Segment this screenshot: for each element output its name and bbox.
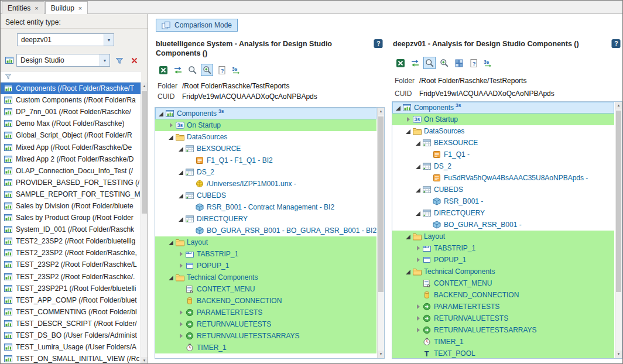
expanded-arrow-icon[interactable]	[415, 163, 422, 170]
tree-item[interactable]: RETURNVALUETESTSARRAYS	[155, 330, 376, 342]
tree-item[interactable]: TTEXT_POOL	[392, 348, 614, 358]
scroll-down-icon[interactable]: ▼	[378, 351, 384, 358]
entity-type-combo[interactable]: Design Studio ▼	[16, 54, 110, 67]
tree-item[interactable]: 3sOn Startup	[155, 119, 376, 131]
entity-list-item[interactable]: Sales by Division (/Root Folder/bluete	[1, 200, 141, 212]
tree-item[interactable]: PARAMETERTESTS	[155, 307, 376, 318]
filter-icon[interactable]	[113, 54, 125, 67]
tree-item[interactable]: RSR_B001 - Contract Management - BI2	[155, 201, 376, 213]
entity-list-item[interactable]: TEST_23SP2P1 (/Root Folder/bluetelli	[1, 283, 141, 294]
threes-transfer-icon[interactable]: 3s	[482, 57, 494, 69]
entity-list-item[interactable]: Global_Script_Object (/Root Folder/R	[1, 129, 141, 141]
tab-close-icon[interactable]: ×	[78, 5, 82, 12]
tree-item[interactable]: Layout	[155, 236, 376, 248]
tree-item[interactable]: POPUP_1	[392, 254, 614, 266]
sidebar-scrollbar[interactable]: ▲ ▼	[141, 83, 148, 364]
tree-item[interactable]: Technical Components	[392, 266, 614, 277]
tree-item[interactable]: FuSdRVa5hQwA4BsAAAC35U8AoNPBApds -	[392, 172, 614, 184]
tree-item[interactable]: /Universes/IZPF1M001.unx -	[155, 178, 376, 190]
entity-list-item[interactable]: Demo Max (/Root Folder/Raschke)	[1, 118, 141, 129]
tree-item[interactable]: RETURNVALUETESTSARRAYS	[392, 324, 614, 336]
tree-item[interactable]: Technical Components	[155, 272, 376, 283]
collapsed-arrow-icon[interactable]	[177, 332, 185, 340]
tree-item[interactable]: TIMER_1	[155, 342, 376, 353]
collapsed-arrow-icon[interactable]	[415, 256, 422, 264]
entity-list-item[interactable]: Sales by Product Group (/Root Folder	[1, 212, 141, 224]
entity-list-item[interactable]: TEST_Lumira_Usage (/User Folders/A	[1, 341, 141, 353]
entity-list-item[interactable]: TEST_23SP2 (/Root Folder/Raschke/L	[1, 259, 141, 270]
tree-item[interactable]: POPUP_1	[155, 260, 376, 272]
expanded-arrow-icon[interactable]	[177, 192, 185, 200]
zoom-plus-icon[interactable]	[438, 57, 450, 69]
tree-item[interactable]: TABSTRIP_1	[155, 248, 376, 260]
collapsed-arrow-icon[interactable]	[415, 315, 422, 322]
expanded-arrow-icon[interactable]	[395, 104, 402, 112]
tab-entities[interactable]: Entities×	[2, 1, 44, 14]
expanded-arrow-icon[interactable]	[158, 110, 165, 118]
entity-list-item[interactable]: TEST2_23SP2 (/Root Folder/Raschke,	[1, 247, 141, 259]
tree-item[interactable]: RETURNVALUETESTS	[155, 318, 376, 330]
tree-item[interactable]: DIRECTQUERY	[392, 207, 614, 219]
help-icon[interactable]: ?	[374, 39, 383, 48]
tree-item[interactable]: Components3s	[155, 108, 376, 119]
zoom-icon[interactable]	[186, 64, 198, 76]
chevron-down-icon[interactable]: ▼	[100, 54, 109, 66]
expanded-arrow-icon[interactable]	[415, 210, 422, 217]
tree-item[interactable]: CONTEXT_MENU	[155, 283, 376, 295]
excel-export-icon[interactable]	[394, 57, 406, 69]
tab-close-icon[interactable]: ×	[35, 5, 38, 12]
collapsed-arrow-icon[interactable]	[167, 122, 175, 129]
scroll-thumb[interactable]	[616, 111, 621, 292]
tree-item[interactable]: Layout	[392, 231, 614, 242]
entity-list-item[interactable]: TEST_ON_SMALL_INITIAL_VIEW (/Rc	[1, 353, 141, 364]
tree-scrollbar[interactable]: ▲ ▼	[377, 108, 384, 358]
tree-item[interactable]: DS_2	[155, 166, 376, 178]
collapsed-arrow-icon[interactable]	[415, 245, 422, 252]
entity-list-item[interactable]: OLAP_Connection_Docu_Info_Test (/	[1, 165, 141, 177]
expanded-arrow-icon[interactable]	[167, 274, 175, 281]
question-doc-icon[interactable]: ?	[467, 57, 480, 69]
expanded-arrow-icon[interactable]	[167, 133, 175, 141]
tree-item[interactable]: Components3s	[392, 102, 614, 114]
tree-item[interactable]: RETURNVALUETESTS	[392, 313, 614, 324]
tree-item[interactable]: F1_Q1 -	[392, 149, 614, 160]
entity-list-item[interactable]: TEST_DS_BO (/User Folders/Administ	[1, 329, 141, 341]
transfer-icon[interactable]	[409, 57, 421, 69]
scroll-up-icon[interactable]: ▲	[378, 108, 384, 115]
collapsed-arrow-icon[interactable]	[415, 327, 422, 334]
tree-item[interactable]: CONTEXT_MENU	[392, 277, 614, 289]
expanded-arrow-icon[interactable]	[405, 233, 412, 241]
tree-item[interactable]: CUBEDS	[392, 184, 614, 195]
tree-item[interactable]: BO_GURA_RSR_B001 -	[392, 219, 614, 231]
tree-scrollbar[interactable]: ▲ ▼	[615, 102, 622, 358]
collapsed-arrow-icon[interactable]	[415, 303, 422, 311]
list-filter-row[interactable]	[1, 71, 141, 83]
entity-list-item[interactable]: TEST_COMMENTING (/Root Folder/bl	[1, 306, 141, 318]
entity-list-item[interactable]: DP_7nn_001 (/Root Folder/Raschke/	[1, 106, 141, 118]
tree-item[interactable]: DataSources	[392, 125, 614, 137]
entity-list-item[interactable]: PROVIDER_BASED_FOR_TESTING (/	[1, 177, 141, 188]
tree-item[interactable]: DS_2	[392, 160, 614, 172]
expanded-arrow-icon[interactable]	[167, 239, 175, 246]
tree-item[interactable]: 3sOn Startup	[392, 114, 614, 125]
entity-list-item[interactable]: SAMPLE_REPORT_FOR_TESTING_M (	[1, 188, 141, 200]
zoom-icon[interactable]	[423, 57, 436, 69]
expanded-arrow-icon[interactable]	[177, 215, 185, 223]
tree-item[interactable]: BO_GURA_RSR_B001 - BO_GURA_RSR_B001 - BI…	[155, 225, 376, 236]
tree-item[interactable]: CUBEDS	[155, 190, 376, 201]
collapsed-arrow-icon[interactable]	[177, 250, 185, 258]
comparison-mode-button[interactable]: Comparison Mode	[156, 19, 238, 32]
collapsed-arrow-icon[interactable]	[177, 309, 185, 317]
tree-item[interactable]: F1_Q1 - F1_Q1 - BI2	[155, 154, 376, 166]
entity-list-item[interactable]: TEST_APP_COMP (/Root Folder/bluet	[1, 294, 141, 306]
tab-buildup[interactable]: Buildup×	[45, 1, 88, 14]
entity-list-item[interactable]: System_ID_001 (/Root Folder/Raschk	[1, 224, 141, 235]
chevron-down-icon[interactable]: ▼	[104, 34, 114, 46]
tree-item[interactable]: DIRECTQUERY	[155, 213, 376, 225]
scroll-up-icon[interactable]: ▲	[141, 83, 148, 90]
threes-transfer-icon[interactable]: 3s	[230, 64, 242, 76]
transfer-icon[interactable]	[172, 64, 184, 76]
tree-item[interactable]: PARAMETERTESTS	[392, 301, 614, 313]
scroll-down-icon[interactable]: ▼	[141, 357, 148, 364]
tree-item[interactable]: TIMER_1	[392, 336, 614, 348]
